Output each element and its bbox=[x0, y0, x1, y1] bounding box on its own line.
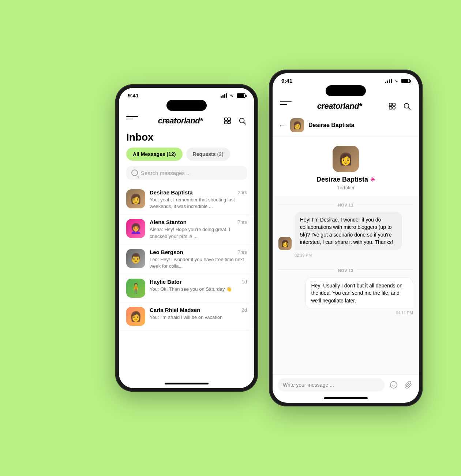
svg-rect-7 bbox=[393, 103, 395, 106]
date-label-nov11: NOV 11 bbox=[334, 203, 357, 207]
search-bar-icon bbox=[131, 170, 138, 176]
signal-icon-left bbox=[221, 93, 227, 98]
message-list: 👩 Desirae Baptista 2hrs You: yeah, I rem… bbox=[119, 185, 254, 380]
dynamic-island-left bbox=[166, 100, 207, 111]
date-divider-nov11: NOV 11 bbox=[278, 196, 413, 212]
date-divider-nov13: NOV 13 bbox=[278, 262, 413, 277]
status-icons-right: ∿ bbox=[385, 78, 410, 83]
svg-line-11 bbox=[408, 108, 410, 109]
svg-point-3 bbox=[228, 121, 230, 124]
tab-requests-count: (2) bbox=[217, 151, 223, 157]
message-content: Desirae Baptista 2hrs You: yeah, I remem… bbox=[150, 189, 247, 210]
status-bar-right: 9:41 ∿ bbox=[273, 73, 419, 85]
message-preview: Leo: Hey! I wonder if you have free time… bbox=[150, 256, 247, 269]
message-content: Haylie Bator 1d You: Ok! Then see you on… bbox=[150, 279, 247, 293]
chat-screen: 9:41 ∿ creatorland* bbox=[273, 73, 419, 403]
list-item[interactable]: 👩 Desirae Baptista 2hrs You: yeah, I rem… bbox=[119, 185, 254, 215]
attach-icon-button[interactable] bbox=[403, 379, 414, 390]
chat-contact-name: Desirae Baptista bbox=[308, 122, 354, 129]
nav-bar-right: creatorland* bbox=[273, 98, 419, 115]
bubble-avatar: 👩 bbox=[278, 237, 292, 250]
search-icon-right[interactable] bbox=[402, 101, 412, 111]
search-bar[interactable]: Search messages ... bbox=[126, 166, 247, 180]
inbox-content: Inbox All Messages (12) Requests (2) Sea… bbox=[119, 130, 254, 380]
app-logo-left: creatorland* bbox=[158, 116, 203, 126]
message-time: 1d bbox=[242, 279, 247, 285]
sent-bubble: Hey! Usually I don't but it all depends … bbox=[306, 277, 413, 309]
emoji-icon-button[interactable] bbox=[388, 379, 399, 390]
message-header: Carla Rhiel Madsen 2d bbox=[150, 307, 247, 313]
nav-bar-left: creatorland* bbox=[119, 113, 254, 130]
svg-line-5 bbox=[244, 122, 246, 124]
message-time: 2d bbox=[242, 307, 247, 313]
inbox-screen: 9:41 ∿ creatorland* bbox=[119, 88, 254, 388]
profile-name: Desirae Baptista ✳ bbox=[316, 176, 375, 183]
svg-point-12 bbox=[390, 382, 397, 388]
chat-header-avatar: 👩 bbox=[290, 118, 304, 132]
nav-right-icons-right bbox=[387, 101, 412, 111]
list-item[interactable]: 👨 Leo Bergson 7hrs Leo: Hey! I wonder if… bbox=[119, 245, 254, 274]
svg-rect-0 bbox=[225, 118, 227, 120]
profile-icon-right[interactable] bbox=[387, 101, 397, 111]
message-input[interactable] bbox=[278, 378, 385, 391]
message-content: Leo Bergson 7hrs Leo: Hey! I wonder if y… bbox=[150, 249, 247, 269]
status-time-right: 9:41 bbox=[281, 78, 292, 84]
message-content: Carla Rhiel Madsen 2d You: I'm afraid I … bbox=[150, 307, 247, 321]
profile-name-text: Desirae Baptista bbox=[316, 176, 368, 183]
sent-message-container: Hey! Usually I don't but it all depends … bbox=[278, 277, 413, 319]
search-icon-left[interactable] bbox=[237, 116, 247, 126]
profile-avatar: 👩 bbox=[333, 146, 359, 172]
sender-name: Leo Bergson bbox=[150, 249, 183, 255]
message-header: Leo Bergson 7hrs bbox=[150, 249, 247, 255]
chat-header: ← 👩 Desirae Baptista bbox=[273, 115, 419, 137]
chat-profile: 👩 Desirae Baptista ✳ TikToker bbox=[273, 137, 419, 196]
sender-name: Haylie Bator bbox=[150, 279, 182, 285]
message-header: Haylie Bator 1d bbox=[150, 279, 247, 285]
sender-name: Alena Stanton bbox=[150, 219, 187, 225]
date-label-nov13: NOV 13 bbox=[334, 268, 357, 273]
tab-requests[interactable]: Requests (2) bbox=[186, 148, 230, 161]
home-indicator-left bbox=[165, 383, 209, 384]
tab-all-messages[interactable]: All Messages (12) bbox=[126, 148, 183, 161]
profile-badge: ✳ bbox=[370, 176, 375, 183]
battery-icon-right bbox=[401, 79, 410, 83]
battery-icon-left bbox=[237, 93, 246, 98]
inbox-title: Inbox bbox=[119, 130, 254, 148]
wifi-icon-right: ∿ bbox=[394, 78, 398, 83]
inbox-phone: 9:41 ∿ creatorland* bbox=[115, 84, 258, 392]
message-header: Alena Stanton 7hrs bbox=[150, 219, 247, 225]
sent-timestamp: 04:11 PM bbox=[396, 310, 413, 315]
signal-icon-right bbox=[385, 79, 392, 83]
chat-phone: 9:41 ∿ creatorland* bbox=[269, 70, 423, 406]
list-item[interactable]: 👩‍🦱 Alena Stanton 7hrs Alena: Hey! Hope … bbox=[119, 215, 254, 244]
profile-icon-left[interactable] bbox=[223, 116, 232, 126]
message-preview: Alena: Hey! Hope you're doing great. I c… bbox=[150, 226, 247, 239]
wifi-icon-left: ∿ bbox=[230, 93, 233, 98]
back-button[interactable]: ← bbox=[278, 121, 286, 130]
svg-rect-8 bbox=[389, 107, 392, 109]
received-bubble: Hey! I'm Desirae. I wonder if you do col… bbox=[295, 212, 402, 250]
svg-point-9 bbox=[393, 107, 395, 109]
tab-all-count: (12) bbox=[167, 151, 176, 157]
avatar: 👩‍🦱 bbox=[126, 219, 145, 238]
svg-rect-1 bbox=[228, 118, 230, 120]
avatar: 👨 bbox=[126, 249, 145, 268]
message-time: 7hrs bbox=[238, 219, 247, 225]
avatar: 👩 bbox=[126, 189, 145, 208]
nav-right-icons-left bbox=[223, 116, 247, 126]
svg-rect-2 bbox=[225, 121, 227, 124]
list-item[interactable]: 🧍 Haylie Bator 1d You: Ok! Then see you … bbox=[119, 274, 254, 302]
message-content: Alena Stanton 7hrs Alena: Hey! Hope you'… bbox=[150, 219, 247, 239]
svg-rect-6 bbox=[389, 103, 392, 106]
message-input-bar bbox=[273, 374, 419, 395]
list-item[interactable]: 👩 Carla Rhiel Madsen 2d You: I'm afraid … bbox=[119, 302, 254, 331]
message-preview: You: yeah, I remember that shooting last… bbox=[150, 197, 247, 210]
dynamic-island-right bbox=[326, 85, 366, 96]
star-badge-top-left bbox=[38, 220, 75, 256]
menu-lines-icon-right[interactable] bbox=[280, 101, 292, 111]
search-placeholder: Search messages ... bbox=[141, 170, 191, 176]
app-logo-right: creatorland* bbox=[317, 101, 362, 111]
message-time: 7hrs bbox=[238, 249, 247, 255]
message-preview: You: I'm afraid I will be on vacation bbox=[150, 314, 247, 321]
menu-lines-icon[interactable] bbox=[126, 116, 138, 126]
